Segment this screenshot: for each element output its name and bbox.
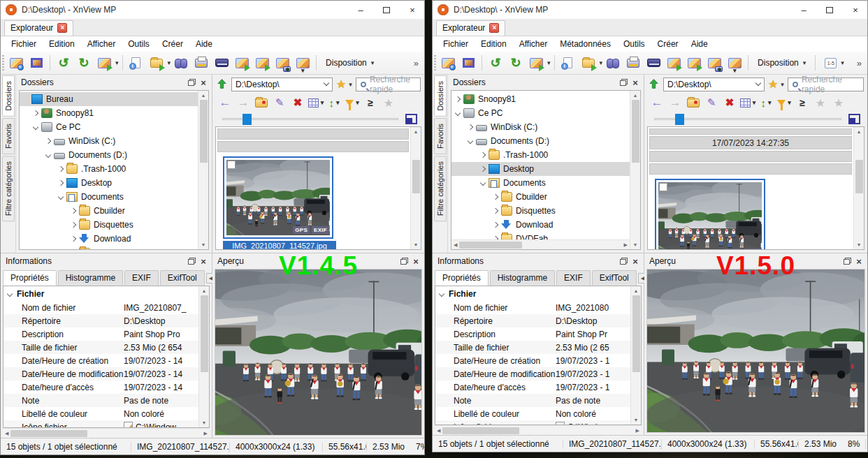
tree-expander-icon[interactable] xyxy=(493,222,498,228)
tree-expander-icon[interactable] xyxy=(33,124,38,130)
tree-row[interactable]: Desktop xyxy=(20,176,198,190)
favorites-star-button[interactable]: ★ ▾ xyxy=(768,77,784,91)
view-mode-icon[interactable]: ▾ xyxy=(739,94,756,111)
sidebar-tab[interactable]: Dossiers xyxy=(2,75,15,117)
tree-expander-icon[interactable] xyxy=(480,152,486,158)
tree-row[interactable]: Ce PC xyxy=(451,106,630,120)
tree-expander-icon[interactable] xyxy=(468,124,473,130)
browser-icon[interactable] xyxy=(438,54,458,73)
float-panel-icon[interactable] xyxy=(400,258,408,265)
info-horizontal-scrollbar[interactable]: ◀▶ xyxy=(435,425,642,435)
tree-row[interactable]: Ce PC xyxy=(20,120,198,134)
info-vertical-scrollbar[interactable]: ▲▼ xyxy=(198,286,209,427)
section-fichier[interactable]: Fichier xyxy=(3,286,198,301)
rotate-right-icon[interactable]: ↻ xyxy=(74,54,94,73)
tree-row[interactable]: Documents (D:) xyxy=(451,134,630,148)
rating-star-icon[interactable]: ★ xyxy=(380,94,397,111)
tree-expander-icon[interactable] xyxy=(468,138,473,144)
file-thumbnail[interactable]: GPS EXIF IMG_20210807_114527.jpg 4000x30… xyxy=(223,156,336,249)
slider-handle[interactable] xyxy=(243,114,252,125)
view-mode-icon[interactable]: ▾ xyxy=(308,94,324,111)
info-tab[interactable]: ExifTool xyxy=(160,270,205,286)
tree-expander-icon[interactable] xyxy=(71,222,76,228)
tree-expander-icon[interactable] xyxy=(71,208,76,214)
tab-close-icon[interactable]: × xyxy=(489,23,499,33)
rating-star-icon-2[interactable]: ★ xyxy=(830,94,847,111)
quick-search-input[interactable]: Recherche rapide xyxy=(788,77,864,91)
delete-icon[interactable]: ✖ xyxy=(721,94,738,111)
back-icon[interactable]: ← xyxy=(217,94,233,111)
tree-row[interactable]: WinDisk (C:) xyxy=(451,120,630,134)
title-bar[interactable]: D:\Desktop\ - XnView MP – × xyxy=(1,1,424,19)
tree-expander-icon[interactable] xyxy=(493,236,498,239)
fullscreen-icon[interactable] xyxy=(458,54,478,73)
tree-row[interactable]: DVDFab xyxy=(20,246,198,249)
tree-row[interactable]: Documents xyxy=(451,176,630,190)
menu-item[interactable]: Outils xyxy=(617,37,651,51)
filter-icon[interactable]: ▾ xyxy=(776,94,793,111)
tree-row[interactable]: DVDFab xyxy=(451,232,630,239)
capture-icon[interactable] xyxy=(273,54,292,73)
tree-row[interactable]: Cbuilder xyxy=(451,190,630,204)
sort-order-icon[interactable]: ↕▾ xyxy=(758,94,774,111)
convert-icon[interactable] xyxy=(526,54,546,73)
float-panel-icon[interactable] xyxy=(188,79,196,86)
close-panel-icon[interactable]: × xyxy=(630,256,640,267)
menu-item[interactable]: Afficher xyxy=(81,37,122,51)
delete-icon[interactable]: ✖ xyxy=(289,94,306,111)
info-tab[interactable]: Propriétés xyxy=(435,270,489,286)
rename-icon[interactable]: ✎ xyxy=(703,94,720,111)
sidebar-tab[interactable]: Filtre catégories xyxy=(434,156,447,221)
close-button[interactable]: × xyxy=(845,2,866,17)
rating-star-icon[interactable]: ★ xyxy=(812,94,829,111)
back-icon[interactable]: ← xyxy=(649,94,665,111)
slider-handle[interactable] xyxy=(675,114,684,125)
thumbnail-vertical-scrollbar[interactable]: ▲▼ xyxy=(853,127,864,249)
tab-close-icon[interactable]: × xyxy=(57,23,67,33)
float-panel-icon[interactable] xyxy=(620,258,628,265)
menu-item[interactable]: Fichier xyxy=(437,37,475,51)
tree-row[interactable]: Snoopy81 xyxy=(451,92,630,106)
group-bar[interactable] xyxy=(649,151,852,162)
open-with-icon[interactable] xyxy=(579,54,598,73)
up-folder-icon[interactable] xyxy=(216,78,228,90)
title-bar[interactable]: D:\Desktop\ - XnView MP – × xyxy=(433,1,867,19)
tree-row[interactable]: Documents (D:) xyxy=(20,148,198,162)
menu-item[interactable]: Aide xyxy=(685,37,714,51)
rating-compare-icon[interactable]: ≥ xyxy=(794,94,811,111)
maximize-button[interactable] xyxy=(819,2,840,17)
menu-item[interactable]: Fichier xyxy=(5,37,43,51)
thumbnail-checkbox[interactable] xyxy=(659,183,667,191)
group-date-header[interactable]: 17/07/2023 14:27:35 xyxy=(649,136,852,149)
info-tab[interactable]: EXIF xyxy=(556,270,591,286)
info-tab[interactable]: Propriétés xyxy=(3,270,57,286)
info-icon[interactable]: i xyxy=(126,54,146,73)
thumbnail-vertical-scrollbar[interactable]: ▲▼ xyxy=(410,127,421,249)
search-binoculars-icon[interactable] xyxy=(603,54,623,73)
sidebar-tab[interactable]: Dossiers xyxy=(434,75,447,117)
sort-order-icon[interactable]: ↕▾ xyxy=(326,94,342,111)
thumbnail-checkbox[interactable] xyxy=(227,161,236,169)
rotate-right-icon[interactable]: ↻ xyxy=(506,54,526,73)
minimize-button[interactable]: – xyxy=(793,2,814,17)
tree-row[interactable]: Cbuilder xyxy=(20,204,198,218)
tab-explorateur[interactable]: Explorateur × xyxy=(4,20,73,36)
scan-icon[interactable] xyxy=(644,54,663,73)
toolbar-grip[interactable] xyxy=(434,55,436,71)
menu-item[interactable]: Edition xyxy=(475,37,513,51)
tree-row[interactable]: Snoopy81 xyxy=(20,106,198,120)
info-vertical-scrollbar[interactable]: ▲▼ xyxy=(630,286,641,424)
tree-row[interactable]: Download xyxy=(20,232,198,246)
tree-row[interactable]: Download xyxy=(451,218,630,232)
sidebar-tab[interactable]: Favoris xyxy=(2,118,15,154)
sidebar-tab[interactable]: Favoris xyxy=(434,118,447,154)
tree-row[interactable]: Disquettes xyxy=(451,204,630,218)
copy-to-icon[interactable] xyxy=(664,54,683,73)
menu-item[interactable]: Métadonnées xyxy=(554,37,617,51)
tree-expander-icon[interactable] xyxy=(493,208,498,214)
minimize-button[interactable]: – xyxy=(350,2,371,17)
browser-icon[interactable] xyxy=(6,54,26,73)
rating-compare-icon[interactable]: ≥ xyxy=(362,94,379,111)
tree-row[interactable]: Disquettes xyxy=(20,218,198,232)
preview-image[interactable] xyxy=(646,269,865,433)
